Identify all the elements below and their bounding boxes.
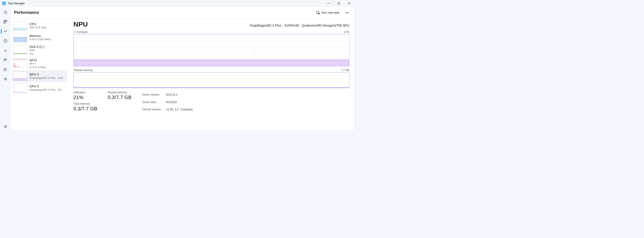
sidebar-item-sub: SSD 1% — [30, 49, 44, 56]
sidebar-item-label: GPU 0 — [30, 84, 62, 88]
svg-point-12 — [4, 59, 6, 60]
driver-info-table: Driver version:30.0.31.2 Driver date:5/1… — [142, 91, 193, 113]
close-button[interactable] — [344, 0, 354, 7]
compute-chart — [74, 34, 350, 66]
minimize-button[interactable] — [323, 0, 334, 7]
compute-chart-right: 21% — [344, 30, 350, 34]
table-row: Driver date:5/1/2024 — [142, 99, 192, 106]
svg-point-21 — [5, 126, 6, 127]
svg-point-28 — [348, 12, 348, 13]
table-row: Driver version:30.0.31.2 — [142, 91, 192, 98]
run-task-icon — [316, 11, 320, 15]
sidebar-item-label: NPU 0 — [30, 73, 63, 76]
detail-header: NPU Snapdragon(R) X Plus - X1P64100 - Qu… — [74, 21, 350, 28]
table-row: DirectX version:12 (FL 1.0 : Compute) — [142, 106, 192, 113]
window-controls — [323, 0, 354, 7]
stat-col-left: Utilization 21% Total memory 0.3/7.7 GB — [74, 91, 97, 113]
svg-rect-22 — [316, 12, 319, 14]
compute-chart-label: Compute — [76, 30, 88, 34]
sidebar-item-npu[interactable]: NPU 0 Snapdragon(R) X Plus - 21% — [12, 70, 67, 82]
svg-rect-9 — [4, 22, 5, 23]
nav-processes[interactable] — [1, 17, 10, 26]
utilization-value: 21% — [74, 94, 97, 100]
sidebar-item-memory[interactable]: Memory 9.8/15.4 GB (64%) — [12, 32, 67, 44]
directx-version-value: 12 (FL 1.0 : Compute) — [166, 106, 192, 113]
sidebar-item-sub: Snapdragon(R) X Plus - 8% — [30, 88, 62, 92]
main-card: Performance Run new task CPU 39% 3.0 — [11, 7, 354, 130]
sidebar-item-label: CPU — [30, 22, 46, 26]
chevron-down-icon[interactable] — [74, 31, 76, 33]
more-button[interactable] — [344, 9, 351, 16]
shared-memory-chart-block: Shared memory 7.7 GB — [74, 69, 350, 88]
gpu-thumb-chart — [13, 84, 27, 93]
app-icon — [2, 2, 6, 5]
driver-version-value: 30.0.31.2 — [166, 91, 192, 98]
svg-point-13 — [6, 59, 6, 60]
svg-rect-7 — [4, 20, 5, 22]
shared-memory-value: 0.3/7.7 GB — [108, 94, 132, 100]
run-new-task-button[interactable]: Run new task — [315, 10, 341, 16]
detail-pane: NPU Snapdragon(R) X Plus - X1P64100 - Qu… — [68, 19, 354, 130]
total-memory-value: 0.3/7.7 GB — [74, 106, 97, 112]
nav-rail — [0, 7, 11, 131]
compute-chart-area — [74, 60, 349, 66]
utilization-label: Utilization — [74, 91, 97, 94]
detail-heading: NPU — [74, 21, 88, 28]
run-new-task-label: Run new task — [322, 11, 340, 14]
sidebar-item-disk[interactable]: Disk 0 (C:) SSD 1% — [12, 44, 67, 57]
sidebar-item-label: Wi-Fi — [30, 58, 46, 62]
svg-point-27 — [347, 12, 348, 13]
nav-app-history[interactable] — [1, 36, 10, 45]
sidebar-item-gpu[interactable]: GPU 0 Snapdragon(R) X Plus - 8% — [12, 82, 67, 94]
svg-point-26 — [346, 12, 346, 13]
sidebar-item-label: Memory — [30, 34, 51, 38]
sidebar-item-sub: 39% 3.01 GHz — [30, 26, 46, 30]
total-memory-label: Total memory — [74, 102, 97, 105]
hamburger-button[interactable] — [1, 8, 10, 17]
shared-memory-chart-label: Shared memory — [74, 69, 93, 72]
disk-thumb-chart — [13, 45, 27, 54]
nav-services[interactable] — [1, 74, 10, 84]
shared-memory-chart-area — [74, 87, 349, 88]
sidebar-item-sub: Snapdragon(R) X Plus - 21% — [30, 76, 63, 80]
nav-details[interactable] — [1, 65, 10, 74]
compute-chart-block: Compute 21% — [74, 30, 350, 66]
stat-col-mid: Shared memory 0.3/7.7 GB — [108, 91, 132, 113]
nav-startup-apps[interactable] — [1, 46, 10, 55]
sidebar-item-label: Disk 0 (C:) — [30, 45, 44, 49]
nav-performance[interactable] — [1, 27, 10, 36]
page-header: Performance Run new task — [11, 7, 354, 19]
svg-rect-1 — [338, 3, 340, 4]
shared-memory-chart-right: 7.7 GB — [341, 69, 350, 72]
maximize-button[interactable] — [334, 0, 344, 7]
sidebar-item-cpu[interactable]: CPU 39% 3.01 GHz — [12, 20, 67, 32]
svg-point-20 — [5, 78, 6, 80]
sidebar-item-wifi[interactable]: Wi-Fi Wi-Fi S: 0 R: 0 Kbps — [12, 57, 67, 70]
stats-row: Utilization 21% Total memory 0.3/7.7 GB … — [74, 91, 350, 113]
shared-memory-label: Shared memory — [108, 91, 132, 94]
npu-thumb-chart — [13, 72, 27, 81]
driver-date-label: Driver date: — [142, 99, 166, 106]
sidebar-item-sub: 9.8/15.4 GB (64%) — [30, 38, 51, 41]
device-name: Snapdragon(R) X Plus - X1P64100 - Qualco… — [250, 24, 350, 27]
wifi-thumb-chart — [13, 58, 27, 67]
driver-date-value: 5/1/2024 — [166, 99, 192, 106]
svg-rect-8 — [6, 20, 7, 22]
sidebar-item-sub: Wi-Fi S: 0 R: 0 Kbps — [30, 62, 46, 69]
nav-settings[interactable] — [1, 122, 10, 131]
shared-memory-chart — [74, 72, 350, 88]
cpu-thumb-chart — [13, 21, 27, 30]
memory-thumb-chart — [13, 33, 27, 42]
ellipsis-icon — [345, 11, 349, 15]
directx-version-label: DirectX version: — [142, 106, 166, 113]
nav-users[interactable] — [1, 55, 10, 64]
app-title: Task Manager — [8, 2, 25, 5]
driver-version-label: Driver version: — [142, 91, 166, 98]
titlebar: Task Manager — [0, 0, 355, 7]
page-title: Performance — [14, 10, 39, 15]
performance-sidebar: CPU 39% 3.01 GHz Memory 9.8/15.4 GB (64%… — [11, 19, 68, 130]
